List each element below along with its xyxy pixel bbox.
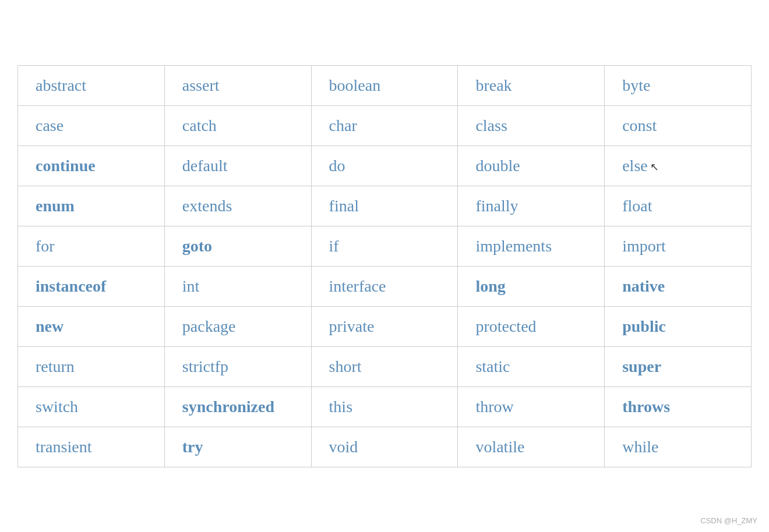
table-row: continuedefaultdodoubleelse↖ [18,146,752,186]
keyword-cell: do [311,146,458,186]
keyword-cell: instanceof [18,266,165,306]
keyword-cell: implements [458,226,605,266]
keyword-cell: assert [164,65,311,105]
keyword-cell: case [18,105,165,146]
table-row: casecatchcharclassconst [18,105,752,146]
table-row: switchsynchronizedthisthrowthrows [18,386,752,427]
keyword-cell: if [311,226,458,266]
keyword-cell: throws [605,386,752,427]
keyword-cell: long [458,266,605,306]
keyword-cell: new [18,306,165,346]
keyword-cell: volatile [458,427,605,467]
keyword-cell: extends [164,186,311,226]
java-keywords-table: abstractassertbooleanbreakbytecasecatchc… [17,65,752,467]
table-row: transienttryvoidvolatilewhile [18,427,752,467]
table-row: instanceofintinterfacelongnative [18,266,752,306]
keyword-cell: enum [18,186,165,226]
keyword-cell: try [164,427,311,467]
cursor-icon: ↖ [650,161,659,173]
keyword-cell: synchronized [164,386,311,427]
keyword-cell: catch [164,105,311,146]
keyword-cell: public [605,306,752,346]
keyword-cell: for [18,226,165,266]
keyword-cell: continue [18,146,165,186]
keyword-cell: while [605,427,752,467]
keyword-cell: final [311,186,458,226]
keyword-cell: switch [18,386,165,427]
table-row: abstractassertbooleanbreakbyte [18,65,752,105]
keyword-cell: this [311,386,458,427]
keyword-cell: class [458,105,605,146]
keyword-cell: float [605,186,752,226]
keyword-cell: byte [605,65,752,105]
keyword-cell: goto [164,226,311,266]
keyword-cell: super [605,346,752,386]
table-row: returnstrictfpshortstaticsuper [18,346,752,386]
keyword-cell: break [458,65,605,105]
table-row: newpackageprivateprotectedpublic [18,306,752,346]
keywords-table-container: abstractassertbooleanbreakbytecasecatchc… [17,65,752,467]
keyword-cell: double [458,146,605,186]
table-row: forgotoifimplementsimport [18,226,752,266]
keyword-cell: return [18,346,165,386]
keyword-cell: interface [311,266,458,306]
keyword-cell: abstract [18,65,165,105]
keyword-cell: default [164,146,311,186]
keyword-cell: native [605,266,752,306]
keyword-cell: boolean [311,65,458,105]
keyword-cell: int [164,266,311,306]
keyword-cell: short [311,346,458,386]
keyword-cell: transient [18,427,165,467]
keyword-cell: package [164,306,311,346]
keyword-cell: import [605,226,752,266]
keyword-cell: protected [458,306,605,346]
keyword-cell: throw [458,386,605,427]
keyword-cell: private [311,306,458,346]
table-row: enumextendsfinalfinallyfloat [18,186,752,226]
keyword-cell: const [605,105,752,146]
keyword-cell: strictfp [164,346,311,386]
keyword-cell: void [311,427,458,467]
keyword-cell: static [458,346,605,386]
keyword-cell: else↖ [605,146,752,186]
watermark: CSDN @H_ZMY [700,516,757,525]
keyword-cell: char [311,105,458,146]
keyword-cell: finally [458,186,605,226]
